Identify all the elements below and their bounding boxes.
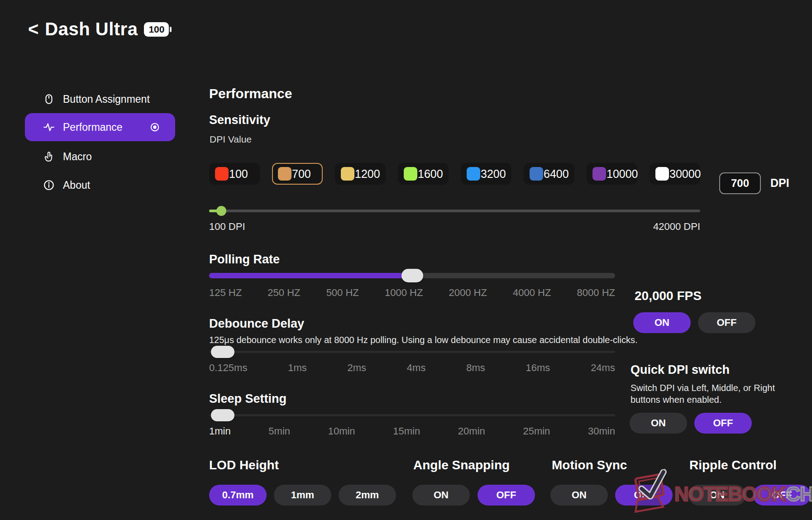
debounce-tick[interactable]: 2ms	[348, 362, 367, 374]
polling-tick[interactable]: 125 HZ	[209, 287, 242, 299]
debounce-tick[interactable]: 16ms	[526, 362, 550, 374]
dpi-preset-1200[interactable]: 1200	[335, 163, 386, 185]
fps-off-button[interactable]: OFF	[698, 312, 755, 333]
sidebar-item-macro[interactable]: Macro	[25, 143, 175, 171]
debounce-tick[interactable]: 1ms	[288, 362, 307, 374]
dpi-color-swatch	[404, 167, 417, 181]
polling-tick[interactable]: 1000 HZ	[385, 287, 423, 299]
dpi-color-swatch	[278, 167, 291, 181]
polling-tick[interactable]: 4000 HZ	[513, 287, 551, 299]
dpi-slider-track[interactable]	[209, 210, 700, 212]
sleep-tick[interactable]: 30min	[588, 425, 615, 437]
debounce-slider-track[interactable]	[209, 351, 615, 353]
sleep-tick[interactable]: 25min	[523, 425, 550, 437]
dpi-unit-label: DPI	[770, 177, 789, 190]
sidebar-item-about[interactable]: About	[25, 171, 175, 199]
ripple-control-heading: Ripple Control	[689, 458, 777, 472]
polling-slider-handle[interactable]	[401, 269, 423, 282]
angle-snapping-off-button[interactable]: OFF	[478, 485, 535, 506]
lod-height-heading: LOD Height	[209, 458, 279, 472]
polling-rate-heading: Polling Rate	[209, 253, 280, 267]
dpi-color-swatch	[215, 167, 229, 181]
sidebar-item-label: Macro	[63, 151, 92, 163]
page-title: Performance	[209, 86, 292, 101]
angle-snapping-heading: Angle Snapping	[413, 458, 510, 472]
dpi-preset-10000[interactable]: 10000	[587, 163, 637, 185]
dpi-preset-6400[interactable]: 6400	[524, 163, 574, 185]
sidebar-item-label: Performance	[63, 121, 123, 134]
dpi-input[interactable]: 700	[719, 172, 761, 194]
dpi-slider-handle[interactable]	[216, 206, 226, 216]
polling-tick[interactable]: 8000 HZ	[577, 287, 615, 299]
lod-option-1mm[interactable]: 1mm	[274, 485, 331, 506]
device-title: Dash Ultra	[45, 19, 138, 39]
app-window: < Dash Ultra 100 Button Assignment Perfo…	[0, 0, 812, 520]
notebookcheck-laptop-icon	[626, 468, 678, 520]
quick-dpi-on-button[interactable]: ON	[630, 413, 687, 434]
quick-dpi-description: Switch DPI via Left, Middle, or Right bu…	[630, 382, 775, 406]
dpi-value-label: DPI Value	[210, 134, 252, 145]
mouse-icon	[43, 93, 55, 105]
dpi-preset-label: 10000	[607, 167, 638, 181]
watermark-text-check: CHECK	[786, 483, 812, 506]
sleep-setting-heading: Sleep Setting	[209, 392, 287, 406]
debounce-heading: Debounce Delay	[209, 317, 304, 331]
polling-tick[interactable]: 500 HZ	[326, 287, 359, 299]
sidebar-item-button-assignment[interactable]: Button Assignment	[25, 85, 175, 113]
dpi-preset-label: 1200	[355, 167, 380, 181]
dpi-preset-30000[interactable]: 30000	[650, 163, 700, 185]
dpi-preset-row: 100 700 1200 1600 3200 6400 10000 30000	[209, 163, 700, 185]
angle-snapping-on-button[interactable]: ON	[412, 485, 470, 506]
battery-badge: 100	[144, 22, 169, 37]
debounce-ticks: 0.125ms 1ms 2ms 4ms 8ms 16ms 24ms	[209, 362, 615, 374]
polling-ticks: 125 HZ 250 HZ 500 HZ 1000 HZ 2000 HZ 400…	[209, 287, 615, 299]
motion-sync-on-button[interactable]: ON	[550, 485, 608, 506]
dpi-range-max: 42000 DPI	[610, 221, 700, 233]
sleep-slider-track[interactable]	[209, 414, 615, 416]
sensitivity-heading: Sensitivity	[209, 113, 270, 127]
dpi-preset-100[interactable]: 100	[209, 163, 260, 185]
debounce-slider-handle[interactable]	[211, 346, 234, 358]
quick-dpi-off-button[interactable]: OFF	[694, 413, 752, 434]
sleep-tick[interactable]: 5min	[268, 425, 290, 437]
dpi-range-min: 100 DPI	[209, 221, 245, 233]
dpi-color-swatch	[467, 167, 480, 181]
lod-option-2mm[interactable]: 2mm	[339, 485, 396, 506]
sleep-tick[interactable]: 20min	[458, 425, 485, 437]
debounce-tick[interactable]: 24ms	[591, 362, 615, 374]
dpi-color-swatch	[592, 167, 606, 181]
debounce-description: 125μs debounce works only at 8000 Hz pol…	[209, 335, 638, 345]
dpi-preset-label: 1600	[418, 167, 443, 181]
dpi-preset-label: 3200	[481, 167, 506, 181]
notebookcheck-watermark: NOTEBOOK CHECK	[629, 472, 812, 517]
sleep-tick[interactable]: 15min	[393, 425, 420, 437]
hand-click-icon	[43, 151, 55, 162]
sleep-ticks: 1min 5min 10min 15min 20min 25min 30min	[209, 425, 615, 437]
polling-slider-fill	[209, 273, 413, 278]
dpi-preset-label: 100	[229, 167, 248, 181]
sleep-slider-handle[interactable]	[211, 409, 234, 421]
debounce-tick[interactable]: 0.125ms	[209, 362, 247, 374]
back-button[interactable]: <	[28, 19, 38, 39]
dpi-color-swatch	[530, 167, 543, 181]
dpi-preset-3200[interactable]: 3200	[461, 163, 511, 185]
activity-icon	[43, 121, 55, 133]
debounce-tick[interactable]: 8ms	[466, 362, 485, 374]
motion-sync-heading: Motion Sync	[552, 458, 627, 472]
sidebar-item-performance[interactable]: Performance	[25, 113, 175, 141]
lod-option-0-7mm[interactable]: 0.7mm	[209, 485, 267, 506]
polling-tick[interactable]: 250 HZ	[267, 287, 300, 299]
dpi-preset-label: 6400	[544, 167, 569, 181]
watermark-text-notebook: NOTEBOOK	[674, 483, 786, 506]
dpi-preset-1600[interactable]: 1600	[398, 163, 449, 185]
dpi-preset-label: 30000	[669, 167, 701, 181]
polling-tick[interactable]: 2000 HZ	[449, 287, 487, 299]
fps-heading: 20,000 FPS	[635, 289, 702, 303]
quick-dpi-heading: Quick DPI switch	[630, 363, 730, 377]
dpi-preset-700[interactable]: 700	[272, 163, 323, 185]
sleep-tick[interactable]: 1min	[209, 425, 231, 437]
debounce-tick[interactable]: 4ms	[407, 362, 426, 374]
sleep-tick[interactable]: 10min	[328, 425, 355, 437]
fps-on-button[interactable]: ON	[633, 312, 691, 333]
dpi-color-swatch	[655, 167, 669, 181]
